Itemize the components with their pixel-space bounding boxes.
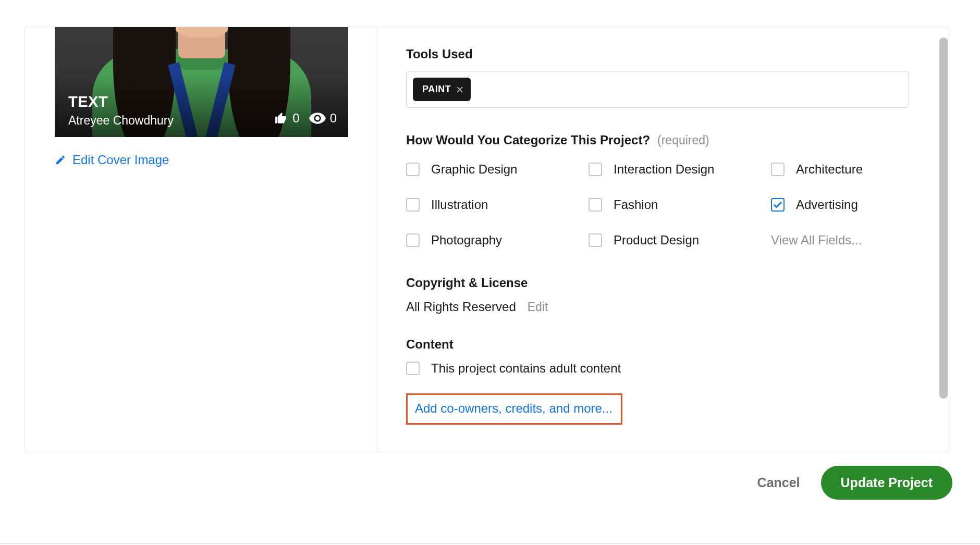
modal-container: TEXT Atreyee Chowdhury 0 0 Edit Cover (24, 27, 948, 452)
tag-remove-button[interactable] (456, 86, 463, 93)
category-checkbox[interactable] (771, 198, 785, 212)
tool-tag-paint: PAINT (413, 78, 471, 101)
views-stat: 0 (309, 111, 337, 126)
license-edit-link[interactable]: Edit (528, 300, 548, 314)
eye-icon (309, 113, 326, 124)
category-illustration[interactable]: Illustration (406, 197, 589, 212)
right-panel: Tools Used PAINT How Would You Categoriz… (377, 27, 948, 452)
adult-content-label: This project contains adult content (431, 361, 621, 376)
categorize-header: How Would You Categorize This Project? (… (406, 133, 922, 147)
category-checkbox[interactable] (406, 198, 420, 212)
category-label: Product Design (614, 233, 699, 247)
adult-content-checkbox-row[interactable]: This project contains adult content (406, 361, 922, 376)
category-fashion[interactable]: Fashion (589, 197, 771, 212)
category-label: Interaction Design (614, 162, 714, 177)
license-value: All Rights Reserved (406, 300, 516, 314)
category-checkbox[interactable] (406, 163, 420, 176)
tools-label: Tools Used (406, 47, 922, 61)
cover-text: TEXT Atreyee Chowdhury (68, 93, 174, 128)
category-checkbox[interactable] (771, 163, 785, 176)
cancel-button[interactable]: Cancel (757, 475, 800, 490)
scroll-area: Tools Used PAINT How Would You Categoriz… (406, 47, 922, 436)
footer: Cancel Update Project (24, 466, 956, 500)
adult-content-checkbox[interactable] (406, 362, 420, 375)
pencil-icon (55, 154, 66, 166)
tag-label: PAINT (422, 84, 451, 95)
license-label: Copyright & License (406, 276, 922, 290)
cover-stats: 0 0 (274, 111, 337, 126)
category-label: Architecture (796, 162, 863, 177)
category-interaction-design[interactable]: Interaction Design (589, 162, 771, 177)
categorize-section: How Would You Categorize This Project? (… (406, 133, 922, 247)
category-checkbox[interactable] (589, 198, 602, 212)
category-label: Illustration (431, 197, 488, 212)
license-section: Copyright & License All Rights Reserved … (406, 276, 922, 314)
update-project-button[interactable]: Update Project (821, 466, 952, 500)
scrollbar-track[interactable] (939, 38, 948, 448)
tools-section: Tools Used PAINT (406, 47, 922, 108)
category-checkbox[interactable] (589, 233, 602, 247)
close-icon (456, 86, 463, 93)
category-checkbox[interactable] (589, 163, 602, 176)
categories-grid: Graphic DesignInteraction DesignArchitec… (406, 162, 922, 247)
category-graphic-design[interactable]: Graphic Design (406, 162, 589, 177)
cover-image: TEXT Atreyee Chowdhury 0 0 (55, 27, 348, 137)
add-more-section: Add co-owners, credits, and more... (406, 393, 922, 425)
category-label: Fashion (614, 197, 658, 212)
category-photography[interactable]: Photography (406, 233, 589, 247)
left-panel: TEXT Atreyee Chowdhury 0 0 Edit Cover (25, 27, 377, 452)
categorize-label: How Would You Categorize This Project? (406, 133, 650, 147)
tools-input[interactable]: PAINT (406, 71, 909, 108)
cover-wrap: TEXT Atreyee Chowdhury 0 0 Edit Cover (55, 27, 348, 167)
view-all-fields-link[interactable]: View All Fields... (771, 233, 906, 247)
cover-author: Atreyee Chowdhury (68, 114, 174, 128)
check-icon (773, 201, 782, 208)
likes-stat: 0 (274, 111, 299, 126)
edit-cover-label: Edit Cover Image (72, 153, 169, 167)
thumbs-up-icon (274, 112, 288, 125)
edit-cover-link[interactable]: Edit Cover Image (55, 153, 348, 167)
category-label: Photography (431, 233, 502, 247)
category-label: Advertising (796, 197, 858, 212)
add-co-owners-link[interactable]: Add co-owners, credits, and more... (406, 393, 622, 425)
scrollbar-thumb[interactable] (939, 38, 948, 399)
content-section: Content This project contains adult cont… (406, 337, 922, 376)
views-count: 0 (330, 111, 337, 126)
cover-title: TEXT (68, 93, 174, 110)
category-product-design[interactable]: Product Design (589, 233, 771, 247)
category-label: Graphic Design (431, 162, 517, 177)
category-architecture[interactable]: Architecture (771, 162, 906, 177)
content-label: Content (406, 337, 922, 352)
category-advertising[interactable]: Advertising (771, 197, 906, 212)
category-checkbox[interactable] (406, 233, 420, 247)
required-label: (required) (657, 133, 709, 147)
divider (0, 543, 980, 544)
likes-count: 0 (292, 111, 299, 126)
